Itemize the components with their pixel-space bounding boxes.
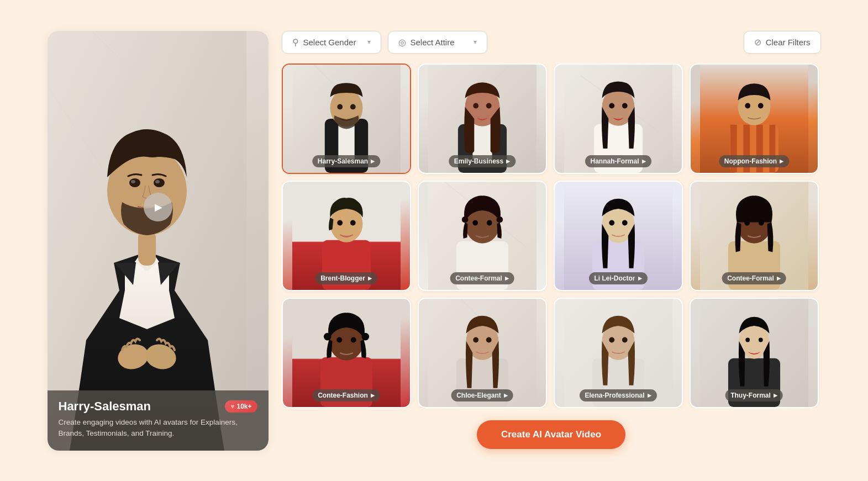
attire-filter-dropdown[interactable]: ◎ Select Attire ▾	[388, 31, 487, 54]
likes-count: 10k+	[236, 403, 251, 410]
avatar-description: Create engaging videos with AI avatars f…	[59, 417, 257, 440]
likes-badge: 10k+	[225, 400, 257, 413]
selected-avatar-name: Harry-Salesman	[59, 399, 151, 414]
clear-filters-label: Clear Filters	[766, 38, 811, 47]
svg-point-57	[622, 220, 627, 225]
clear-filters-icon: ⊘	[754, 37, 761, 47]
gender-filter-label: Select Gender	[303, 38, 356, 47]
main-container: Harry-Salesman 10k+ Create engaging vide…	[48, 31, 821, 451]
attire-filter-label: Select Attire	[411, 38, 455, 47]
right-panel: ⚲ Select Gender ▾ ◎ Select Attire ▾ ⊘ Cl…	[282, 31, 821, 451]
avatar-card-brent[interactable]: Brent-Blogger	[282, 181, 411, 291]
svg-point-68	[336, 337, 342, 342]
svg-point-16	[337, 104, 343, 109]
avatar-card-thuy[interactable]: Thuy-Formal	[690, 298, 819, 408]
thuy-label: Thuy-Formal	[725, 389, 783, 401]
svg-point-24	[486, 103, 491, 108]
brent-label: Brent-Blogger	[315, 272, 377, 284]
hannah-label: Hannah-Formal	[585, 155, 651, 167]
attire-chevron-icon: ▾	[474, 38, 477, 46]
svg-point-66	[323, 332, 331, 340]
svg-point-8	[155, 180, 160, 183]
avatar-card-contee-formal2[interactable]: Contee-Formal	[690, 181, 819, 291]
avatar-card-lilei[interactable]: Li Lei-Doctor	[554, 181, 683, 291]
svg-point-38	[745, 103, 750, 108]
svg-point-50	[496, 216, 503, 223]
avatar-card-contee-formal[interactable]: Contee-Formal	[418, 181, 547, 291]
gender-filter-dropdown[interactable]: ⚲ Select Gender ▾	[282, 31, 381, 54]
avatar-card-harry[interactable]: Harry-Salesman	[282, 64, 411, 174]
contee-formal2-label: Contee-Formal	[722, 272, 786, 284]
elena-label: Elena-Professional	[579, 389, 656, 401]
avatar-card-chloe[interactable]: Chloe-Elegant	[418, 298, 547, 408]
svg-point-85	[758, 337, 762, 342]
filters-row: ⚲ Select Gender ▾ ◎ Select Attire ▾ ⊘ Cl…	[282, 31, 821, 54]
svg-point-69	[350, 337, 356, 342]
avatar-illustration	[48, 31, 246, 451]
emily-label: Emily-Business	[449, 155, 515, 167]
svg-point-6	[154, 178, 165, 187]
svg-point-5	[129, 178, 140, 187]
avatar-card-contee-fashion[interactable]: Contee-Fashion	[282, 298, 411, 408]
create-video-button[interactable]: Create AI Avatar Video	[477, 420, 625, 449]
svg-point-62	[758, 220, 764, 225]
svg-point-17	[350, 104, 355, 109]
svg-point-43	[337, 220, 343, 225]
contee-formal-label: Contee-Formal	[450, 272, 514, 284]
play-button[interactable]	[144, 193, 172, 221]
svg-point-74	[473, 337, 478, 342]
clear-filters-button[interactable]: ⊘ Clear Filters	[744, 31, 821, 54]
avatar-card-hannah[interactable]: Hannah-Formal	[554, 64, 683, 174]
svg-point-56	[609, 220, 614, 225]
svg-point-30	[622, 103, 627, 108]
preview-panel: Harry-Salesman 10k+ Create engaging vide…	[48, 31, 269, 451]
avatar-grid: Harry-Salesman	[282, 64, 821, 408]
harry-label: Harry-Salesman	[312, 155, 380, 167]
avatar-card-noppon[interactable]: Noppon-Fashion	[690, 64, 819, 174]
avatar-preview-area: Harry-Salesman 10k+ Create engaging vide…	[48, 31, 269, 451]
svg-point-80	[622, 337, 627, 342]
svg-point-67	[361, 332, 369, 340]
svg-point-23	[473, 103, 478, 108]
svg-point-75	[486, 337, 491, 342]
grid-wrapper: Harry-Salesman	[282, 64, 821, 408]
svg-point-49	[461, 216, 468, 223]
avatar-card-elena[interactable]: Elena-Professional	[554, 298, 683, 408]
svg-point-29	[609, 103, 614, 108]
lilei-label: Li Lei-Doctor	[589, 272, 648, 284]
svg-point-51	[472, 220, 478, 225]
avatar-card-emily[interactable]: Emily-Business	[418, 64, 547, 174]
svg-point-7	[131, 180, 135, 183]
svg-rect-21	[472, 121, 492, 159]
svg-point-84	[745, 337, 750, 342]
gender-chevron-icon: ▾	[367, 38, 371, 46]
svg-point-44	[350, 220, 355, 225]
cta-row: Create AI Avatar Video	[282, 418, 821, 449]
svg-point-61	[744, 220, 750, 225]
gender-icon: ⚲	[292, 37, 299, 47]
svg-point-79	[609, 337, 614, 342]
contee-fashion-label: Contee-Fashion	[312, 389, 380, 401]
svg-point-52	[486, 220, 492, 225]
chloe-label: Chloe-Elegant	[451, 389, 513, 401]
avatar-info-overlay: Harry-Salesman 10k+ Create engaging vide…	[48, 390, 269, 451]
noppon-label: Noppon-Fashion	[719, 155, 789, 167]
attire-icon: ◎	[398, 37, 406, 47]
svg-point-39	[757, 103, 763, 108]
